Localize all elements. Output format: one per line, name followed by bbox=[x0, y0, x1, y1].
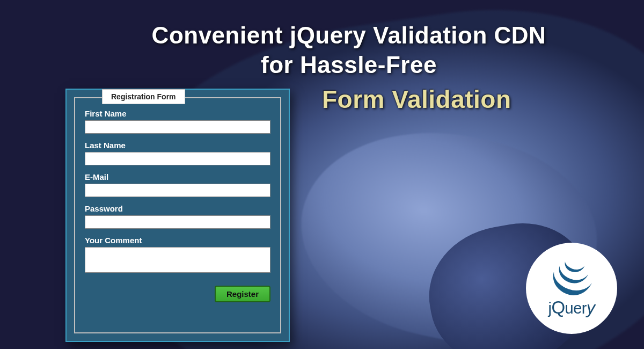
first-name-label: First Name bbox=[85, 109, 270, 118]
last-name-label: Last Name bbox=[85, 141, 270, 150]
jquery-logo-badge: jQuery bbox=[526, 243, 617, 334]
form-legend: Registration Form bbox=[102, 89, 185, 104]
register-button[interactable]: Register bbox=[215, 286, 270, 302]
field-group-comment: Your Comment bbox=[85, 236, 270, 275]
field-group-last-name: Last Name bbox=[85, 141, 270, 165]
comment-label: Your Comment bbox=[85, 236, 270, 245]
form-fieldset: Registration Form First Name Last Name E… bbox=[74, 97, 281, 333]
email-label: E-Mail bbox=[85, 172, 270, 181]
password-label: Password bbox=[85, 204, 270, 213]
email-input[interactable] bbox=[85, 184, 270, 197]
jquery-swirl-icon bbox=[548, 257, 595, 299]
headline-line-2: for Hassle-Free bbox=[261, 52, 437, 78]
registration-form-card: Registration Form First Name Last Name E… bbox=[65, 89, 290, 342]
field-group-first-name: First Name bbox=[85, 109, 270, 134]
first-name-input[interactable] bbox=[85, 120, 270, 134]
field-group-email: E-Mail bbox=[85, 172, 270, 197]
field-group-password: Password bbox=[85, 204, 270, 229]
headline-line-1: Convenient jQuery Validation CDN bbox=[152, 22, 546, 48]
last-name-input[interactable] bbox=[85, 152, 270, 165]
comment-textarea[interactable] bbox=[85, 247, 270, 273]
button-row: Register bbox=[85, 286, 270, 302]
password-input[interactable] bbox=[85, 215, 270, 229]
headline: Convenient jQuery Validation CDN for Has… bbox=[70, 20, 628, 79]
jquery-logo-text: jQuery bbox=[548, 297, 595, 318]
headline-accent: Form Validation bbox=[322, 85, 511, 114]
